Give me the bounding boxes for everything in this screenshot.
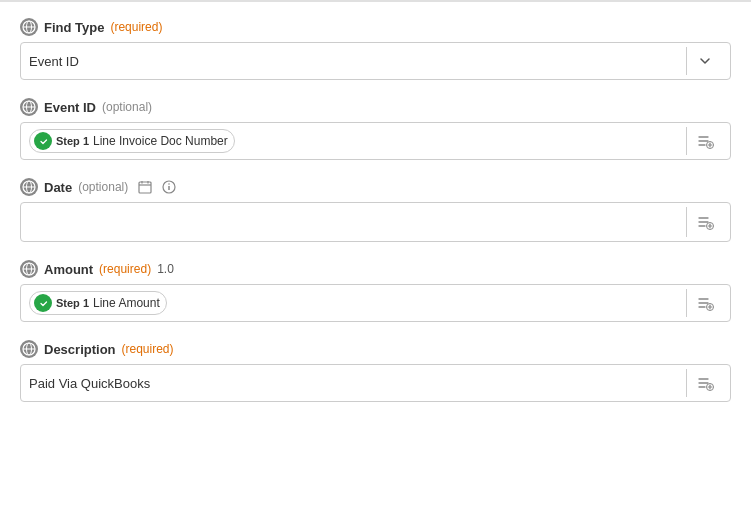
input-content-amount: Step 1Line Amount [29, 291, 686, 315]
globe-icon [20, 178, 38, 196]
field-group-find-type: Find Type(required)Event ID [20, 18, 731, 80]
plain-value-find-type: Event ID [29, 52, 79, 71]
step-icon [34, 132, 52, 150]
label-text: Event ID [44, 100, 96, 115]
input-row-date[interactable] [20, 202, 731, 242]
step-value: Line Amount [93, 296, 160, 310]
input-row-event-id[interactable]: Step 1Line Invoice Doc Number [20, 122, 731, 160]
field-label-date: Date(optional) [20, 178, 731, 196]
label-text: Find Type [44, 20, 104, 35]
svg-point-22 [168, 183, 170, 185]
globe-icon [20, 340, 38, 358]
field-group-amount: Amount(required)1.0 Step 1Line Amount [20, 260, 731, 322]
step-tag-amount-0[interactable]: Step 1Line Amount [29, 291, 167, 315]
input-content-date [29, 207, 686, 237]
svg-point-32 [38, 298, 48, 308]
field-group-description: Description(required)Paid Via QuickBooks [20, 340, 731, 402]
globe-icon [20, 260, 38, 278]
dropdown-arrow[interactable] [686, 47, 722, 75]
plain-value-description: Paid Via QuickBooks [29, 374, 150, 393]
field-group-event-id: Event ID(optional) Step 1Line Invoice Do… [20, 98, 731, 160]
field-status-event-id: (optional) [102, 100, 152, 114]
field-status-description: (required) [122, 342, 174, 356]
input-row-find-type[interactable]: Event ID [20, 42, 731, 80]
field-status-date: (optional) [78, 180, 128, 194]
step-number: Step 1 [56, 135, 89, 147]
globe-icon [20, 18, 38, 36]
label-text: Amount [44, 262, 93, 277]
label-text: Date [44, 180, 72, 195]
list-plus-icon[interactable] [686, 207, 722, 237]
step-number: Step 1 [56, 297, 89, 309]
field-status-find-type: (required) [110, 20, 162, 34]
input-row-description[interactable]: Paid Via QuickBooks [20, 364, 731, 402]
input-content-description: Paid Via QuickBooks [29, 374, 686, 393]
input-content-event-id: Step 1Line Invoice Doc Number [29, 129, 686, 153]
svg-rect-16 [139, 182, 151, 193]
step-icon [34, 294, 52, 312]
globe-icon [20, 98, 38, 116]
field-label-amount: Amount(required)1.0 [20, 260, 731, 278]
label-text: Description [44, 342, 116, 357]
list-plus-icon[interactable] [686, 369, 722, 397]
form-container: Find Type(required)Event ID Event ID(opt… [0, 0, 751, 436]
field-label-find-type: Find Type(required) [20, 18, 731, 36]
input-content-find-type: Event ID [29, 52, 686, 71]
field-label-event-id: Event ID(optional) [20, 98, 731, 116]
field-label-description: Description(required) [20, 340, 731, 358]
list-plus-icon[interactable] [686, 289, 722, 317]
field-status-amount: (required) [99, 262, 151, 276]
step-tag-event-id-0[interactable]: Step 1Line Invoice Doc Number [29, 129, 235, 153]
multiplier-amount: 1.0 [157, 262, 174, 276]
info-icon[interactable] [162, 180, 176, 194]
svg-point-6 [38, 136, 48, 146]
list-plus-icon[interactable] [686, 127, 722, 155]
field-group-date: Date(optional) [20, 178, 731, 242]
input-row-amount[interactable]: Step 1Line Amount [20, 284, 731, 322]
step-value: Line Invoice Doc Number [93, 134, 228, 148]
calendar-icon[interactable] [138, 180, 152, 194]
